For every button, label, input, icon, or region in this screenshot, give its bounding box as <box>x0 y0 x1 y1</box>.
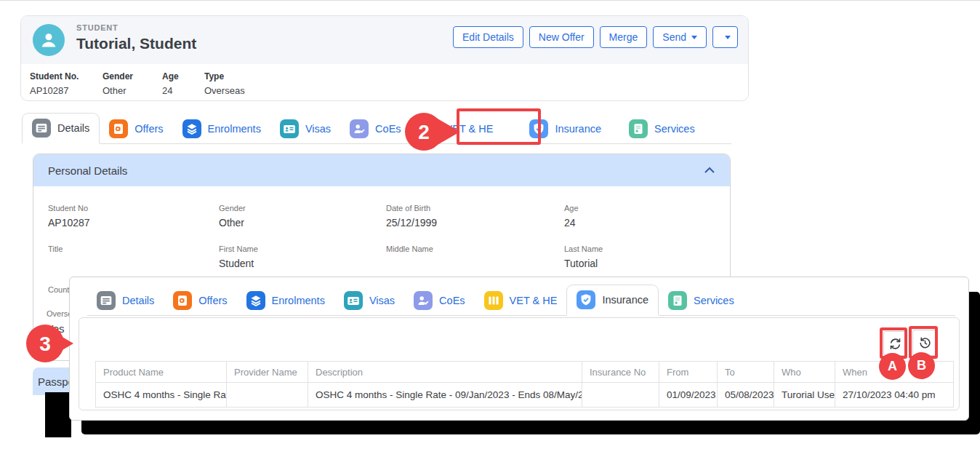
col-product-name[interactable]: Product Name <box>96 362 227 383</box>
tab-label: Visas <box>369 295 395 306</box>
summary-type: Type Overseas <box>204 71 245 96</box>
student-header-card: STUDENT Tutorial, Student Edit Details N… <box>20 15 749 101</box>
vet-icon <box>420 119 439 138</box>
popup-shadow-corner <box>45 392 71 437</box>
history-button[interactable] <box>912 330 937 356</box>
header-top-strip: STUDENT Tutorial, Student Edit Details N… <box>21 16 748 64</box>
popup-tab-vet-he[interactable]: VET & HE <box>475 286 567 315</box>
student-avatar <box>33 24 65 56</box>
insurance-icon <box>577 290 595 309</box>
popup-tab-coes[interactable]: CoEs <box>404 286 474 315</box>
visas-icon <box>280 119 299 138</box>
person-icon <box>38 29 60 51</box>
details-icon <box>32 119 51 138</box>
tab-insurance[interactable]: Insurance <box>520 114 611 143</box>
popup-tab-offers[interactable]: Offers <box>164 286 236 315</box>
field-last-name: Last Name Tutorial <box>564 245 603 269</box>
field-first-name: First Name Student <box>219 245 258 269</box>
tab-label: VET & HE <box>510 295 558 306</box>
col-who[interactable]: Who <box>774 362 835 383</box>
student-summary-bar: Student No. AP10287 Gender Other Age 24 … <box>21 64 748 100</box>
tab-visas[interactable]: Visas <box>270 114 340 143</box>
tab-label: Enrolments <box>208 123 261 135</box>
cell-from: 01/09/2023 <box>659 383 718 408</box>
visas-icon <box>344 291 363 310</box>
insurance-table: Product Name Provider Name Description I… <box>95 361 954 408</box>
summary-value: AP10287 <box>30 85 79 96</box>
coes-icon <box>350 119 369 138</box>
field-dob: Date of Birth 25/12/1999 <box>386 204 437 229</box>
popup-tab-insurance[interactable]: Insurance <box>566 285 659 316</box>
refresh-button[interactable] <box>883 331 907 356</box>
summary-value: 24 <box>162 85 179 96</box>
tab-label: Enrolments <box>272 295 325 306</box>
tab-vet-he[interactable]: VET & HE <box>411 114 503 143</box>
refresh-icon <box>888 337 902 351</box>
tab-details[interactable]: Details <box>22 113 100 144</box>
col-when[interactable]: When <box>835 362 954 383</box>
details-icon <box>97 291 116 310</box>
cell-who: Turorial User <box>774 383 835 408</box>
cell-product-name: OSHC 4 months - Single Rate <box>96 383 227 408</box>
col-to[interactable]: To <box>718 362 774 383</box>
summary-label: Gender <box>103 71 133 82</box>
col-insurance-no[interactable]: Insurance No <box>582 362 659 383</box>
field-gender: Gender Other <box>219 204 246 229</box>
personal-details-header[interactable]: Personal Details <box>33 154 730 186</box>
summary-student-no: Student No. AP10287 <box>30 71 79 96</box>
panel-title: Personal Details <box>48 164 127 177</box>
enrolments-icon <box>246 291 265 310</box>
tab-services[interactable]: Services <box>619 114 704 143</box>
enrolments-icon <box>182 119 201 138</box>
col-provider-name[interactable]: Provider Name <box>227 362 308 383</box>
tab-label: Details <box>57 122 89 134</box>
new-offer-button[interactable]: New Offer <box>529 26 594 48</box>
cell-to: 05/08/2023 <box>718 383 774 408</box>
col-description[interactable]: Description <box>308 362 582 383</box>
edit-details-button[interactable]: Edit Details <box>453 26 523 48</box>
caret-down-icon <box>691 36 697 39</box>
popup-tab-enrolments[interactable]: Enrolments <box>237 286 334 315</box>
tab-label: Services <box>694 295 734 306</box>
merge-button[interactable]: Merge <box>600 26 648 48</box>
vet-icon <box>484 291 503 310</box>
coes-icon <box>414 291 433 310</box>
table-row[interactable]: OSHC 4 months - Single Rate OSHC 4 month… <box>96 383 954 408</box>
insurance-popup-window: Details Offers Enrolments Visas CoEs VET… <box>69 277 969 421</box>
tab-label: Offers <box>198 295 227 306</box>
tab-label: CoEs <box>439 295 465 306</box>
offers-icon <box>109 119 128 138</box>
chevron-up-icon[interactable] <box>704 166 715 175</box>
field-title: Title <box>48 245 63 269</box>
tab-label: CoEs <box>375 123 401 135</box>
summary-gender: Gender Other <box>103 71 133 96</box>
send-button-label: Send <box>662 31 686 43</box>
summary-label: Age <box>162 71 179 82</box>
page-title: Tutorial, Student <box>76 35 196 52</box>
header-actions: Edit Details New Offer Merge Send <box>453 26 738 48</box>
popup-tab-bar: Details Offers Enrolments Visas CoEs VET… <box>87 286 955 316</box>
popup-tab-services[interactable]: Services <box>659 286 744 315</box>
history-icon <box>918 336 932 350</box>
services-icon <box>629 119 648 138</box>
more-actions-button[interactable] <box>712 26 738 48</box>
field-age: Age 24 <box>564 204 579 229</box>
cell-description: OSHC 4 months - Single Rate - 09/Jan/202… <box>308 383 582 408</box>
insurance-icon <box>529 119 548 138</box>
tab-offers[interactable]: Offers <box>100 114 172 143</box>
main-tab-bar: Details Offers Enrolments Visas CoEs VET… <box>22 113 731 144</box>
tab-label: VET & HE <box>446 123 494 135</box>
tab-enrolments[interactable]: Enrolments <box>173 114 270 143</box>
cell-insurance-no <box>582 383 659 408</box>
tab-coes[interactable]: CoEs <box>340 114 410 143</box>
offers-icon <box>173 291 192 310</box>
send-dropdown-button[interactable]: Send <box>653 26 707 48</box>
services-icon <box>668 291 687 310</box>
popup-tab-details[interactable]: Details <box>87 286 164 315</box>
cell-when: 27/10/2023 04:40 pm <box>835 383 954 408</box>
popup-tab-visas[interactable]: Visas <box>334 286 404 315</box>
col-from[interactable]: From <box>659 362 718 383</box>
table-header-row: Product Name Provider Name Description I… <box>96 362 954 383</box>
tab-label: Insurance <box>602 294 648 306</box>
entity-type-label: STUDENT <box>76 23 119 32</box>
